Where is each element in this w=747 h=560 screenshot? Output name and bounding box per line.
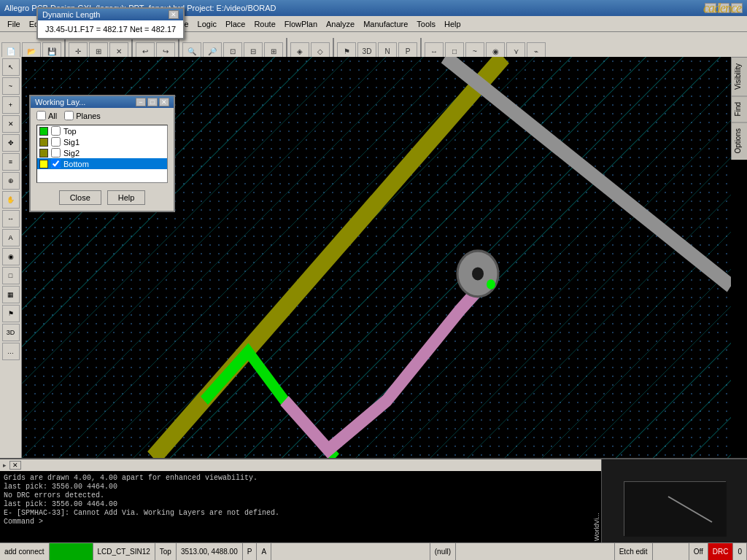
tab-visibility[interactable]: Visibility — [732, 57, 747, 96]
menu-manufacture[interactable]: Manufacture — [359, 18, 412, 30]
layer-checkbox[interactable] — [51, 148, 61, 158]
wl-restore[interactable]: □ — [147, 98, 158, 106]
layer-name: Top — [63, 127, 77, 136]
minimap-svg — [624, 482, 727, 537]
dynamic-length-title-text: Dynamic Length — [42, 10, 101, 19]
lt-add[interactable]: + — [2, 96, 20, 114]
status-coords: 3513.00, 4488.00 — [177, 543, 243, 560]
status-spacer2 — [456, 543, 615, 560]
left-toolbar: ↖ ~ + ✕ ✥ ≡ ⊕ ✋ ↔ A ◉ □ ▦ ⚑ 3D … — [0, 57, 22, 458]
svg-rect-0 — [624, 482, 727, 537]
tab-options[interactable]: Options — [732, 122, 747, 159]
working-layers-title-text: Working Lay... — [35, 98, 85, 106]
cadence-logo: cadence — [703, 0, 741, 16]
console-line: Grids are drawn 4.00, 4.00 apart for enh… — [4, 474, 597, 482]
wl-planes-checkbox[interactable] — [64, 111, 74, 120]
status-flag-p: P — [243, 543, 258, 560]
status-indicator — [50, 543, 93, 560]
dynamic-length-dialog: Dynamic Length ✕ J3.45-U1.F17 = 482.17 N… — [36, 7, 185, 39]
console-line: Command > — [4, 518, 597, 526]
trace-pink-main — [285, 278, 489, 450]
menu-flowplan[interactable]: FlowPlan — [280, 18, 322, 30]
lt-via[interactable]: ◉ — [2, 248, 20, 265]
console-line: No DRC errors detected. — [4, 491, 597, 499]
lt-drc[interactable]: ⚑ — [2, 305, 20, 322]
lt-del[interactable]: ✕ — [2, 115, 20, 133]
status-off: Off — [689, 543, 708, 560]
lt-3d[interactable]: 3D — [2, 324, 20, 341]
status-spacer — [271, 543, 430, 560]
wl-planes-check[interactable]: Planes — [64, 111, 101, 120]
tab-find[interactable]: Find — [732, 96, 747, 122]
console-line: last pick: 3556.00 4464.00 — [4, 483, 597, 491]
layer-color-swatch — [39, 149, 48, 158]
dynamic-length-title: Dynamic Length ✕ — [38, 9, 183, 20]
worldview-label: WorldVi... — [592, 459, 602, 542]
wl-minimize[interactable]: − — [136, 98, 146, 106]
wl-footer: Close Help — [31, 184, 174, 211]
layer-name: Sig1 — [63, 138, 80, 147]
layer-name: Bottom — [63, 160, 89, 168]
menu-logic[interactable]: Logic — [193, 18, 221, 30]
menu-file[interactable]: File — [3, 18, 25, 30]
status-flag-a: A — [257, 543, 271, 560]
lt-misc[interactable]: … — [2, 343, 20, 360]
status-num: 0 — [733, 543, 747, 560]
console-line: E- [SPMHAC-33]: Cannot Add Via. Working … — [4, 509, 597, 517]
layer-checkbox[interactable] — [51, 126, 61, 136]
status-layer: Top — [155, 543, 177, 560]
console-line: last pick: 3556.00 4464.00 — [4, 500, 597, 508]
menu-analyze[interactable]: Analyze — [322, 18, 359, 30]
menu-route[interactable]: Route — [249, 18, 279, 30]
status-spacer3 — [653, 543, 689, 560]
menu-help[interactable]: Help — [440, 18, 465, 30]
menu-tools[interactable]: Tools — [412, 18, 440, 30]
console-btn1[interactable]: ✕ — [9, 461, 21, 470]
lt-zoom[interactable]: ⊕ — [2, 172, 20, 190]
wl-window-buttons: − □ ✕ — [136, 98, 169, 106]
wl-help-btn[interactable]: Help — [107, 190, 146, 205]
lt-select[interactable]: ↖ — [2, 58, 20, 76]
layer-color-swatch — [39, 160, 48, 168]
layer-item-top[interactable]: Top — [37, 125, 167, 136]
dynamic-length-content: J3.45-U1.F17 = 482.17 Net = 482.17 — [38, 20, 183, 38]
wl-planes-label: Planes — [76, 112, 101, 120]
wl-all-checkbox[interactable] — [36, 111, 46, 120]
lt-label[interactable]: A — [2, 229, 20, 246]
trace-gray-main — [445, 57, 731, 286]
console-text: Grids are drawn 4.00, 4.00 apart for enh… — [0, 471, 601, 542]
status-etch-edit: Etch edit — [615, 543, 653, 560]
lt-move[interactable]: ✥ — [2, 134, 20, 152]
lt-route[interactable]: ~ — [2, 77, 20, 95]
wl-layer-list: Top Sig1 Sig2 Bottom — [36, 125, 168, 183]
layer-item-bottom[interactable]: Bottom — [37, 158, 167, 169]
console-left: ▸ ✕ Grids are drawn 4.00, 4.00 apart for… — [0, 459, 601, 542]
wl-close[interactable]: ✕ — [159, 98, 169, 106]
layer-item-sig2[interactable]: Sig2 — [37, 147, 167, 158]
right-tabs: Visibility Find Options — [731, 57, 747, 160]
minimap — [624, 481, 726, 536]
wl-header: All Planes — [31, 108, 174, 123]
wl-all-check[interactable]: All — [36, 111, 57, 120]
layer-checkbox[interactable] — [51, 137, 61, 147]
status-drc: DRC — [708, 543, 734, 560]
wl-close-btn[interactable]: Close — [59, 190, 101, 205]
menu-place[interactable]: Place — [221, 18, 250, 30]
wl-all-label: All — [48, 112, 57, 120]
status-null: (null) — [430, 543, 456, 560]
layer-item-sig1[interactable]: Sig1 — [37, 136, 167, 147]
lt-pan[interactable]: ✋ — [2, 191, 20, 209]
status-bar: add connect LCD_CT_SIN12 Top 3513.00, 44… — [0, 542, 747, 560]
console-toolbar: ▸ ✕ — [0, 459, 601, 471]
dynamic-length-close[interactable]: ✕ — [169, 10, 179, 19]
lt-shape[interactable]: □ — [2, 267, 20, 284]
layer-checkbox[interactable] — [51, 159, 61, 168]
lt-prop[interactable]: ≡ — [2, 153, 20, 171]
layer-color-swatch — [39, 127, 48, 136]
layer-name: Sig2 — [63, 149, 80, 158]
lt-copper[interactable]: ▦ — [2, 286, 20, 303]
console-label: ▸ — [3, 462, 7, 469]
working-layers-title: Working Lay... − □ ✕ — [31, 96, 174, 108]
lt-measure[interactable]: ↔ — [2, 210, 20, 228]
bottom-console: ▸ ✕ Grids are drawn 4.00, 4.00 apart for… — [0, 458, 747, 542]
